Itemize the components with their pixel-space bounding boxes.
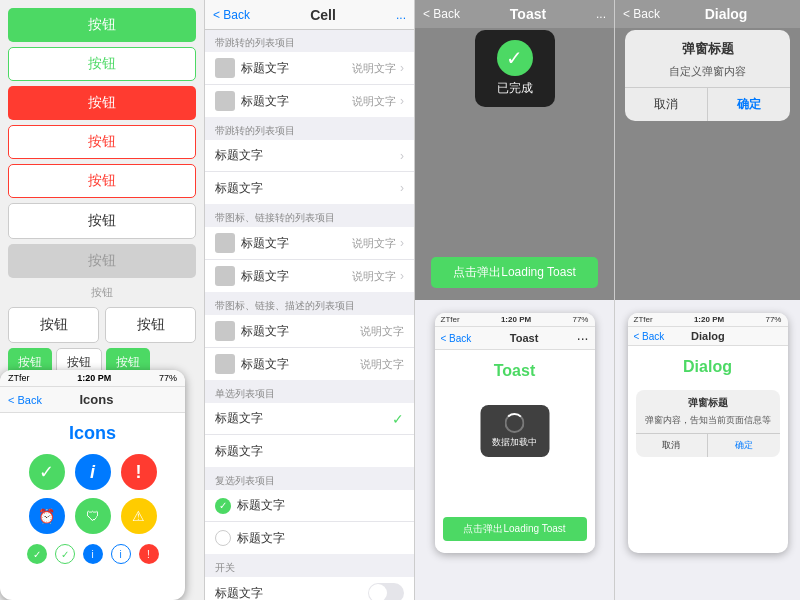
dialog-phone-back[interactable]: < Back [634, 331, 665, 342]
carrier-label: ZTfer [8, 373, 30, 383]
checkbox-off[interactable] [215, 530, 231, 546]
toast-phone-back[interactable]: < Back [441, 333, 472, 344]
toast-battery: 77% [572, 315, 588, 324]
icons-phone-status-bar: ZTfer 1:20 PM 77% [0, 370, 185, 387]
cell-icon-6 [215, 354, 235, 374]
toast-phone-content: Toast 数据加载中 点击弹出Loading Toast [435, 350, 595, 553]
button-8[interactable]: 按钮 [8, 307, 99, 343]
cell-title-12: 标题文字 [237, 530, 404, 547]
cell-back-button[interactable]: < Back [213, 8, 250, 22]
arrow-icon-3: › [400, 149, 404, 163]
cell-icon-3 [215, 233, 235, 253]
toast-loading-button-1[interactable]: 点击弹出Loading Toast [431, 257, 598, 288]
section-header-1: 带跳转的列表项目 [205, 30, 414, 52]
cell-title-8: 标题文字 [241, 356, 360, 373]
checkbox-on[interactable]: ✓ [215, 498, 231, 514]
dialog-phone-ok-btn[interactable]: 确定 [708, 434, 780, 457]
cell-item[interactable]: ✓ 标题文字 [205, 490, 414, 522]
dialog-confirm-button[interactable]: 确定 [708, 88, 790, 121]
toggle-off-1[interactable] [368, 583, 404, 600]
section-header-3: 带图标、链接转的列表项目 [205, 205, 414, 227]
cell-title-3: 标题文字 [215, 147, 396, 164]
disabled-label: 按钮 [8, 283, 196, 302]
toast-bottom-section: ZTfer 1:20 PM 77% < Back Toast ··· Toast… [415, 300, 614, 600]
arrow-icon-6: › [400, 269, 404, 283]
cell-item[interactable]: 标题文字 说明文字 › [205, 227, 414, 260]
button-5[interactable]: 按钮 [8, 164, 196, 198]
dialog-phone-popup-title: 弹窗标题 [636, 390, 780, 412]
cell-list-1: 标题文字 说明文字 › 标题文字 说明文字 › [205, 52, 414, 117]
cell-item[interactable]: 标题文字 › [205, 172, 414, 204]
caution-icon: ⚠ [121, 498, 157, 534]
dialog-cancel-button[interactable]: 取消 [625, 88, 708, 121]
arrow-icon-5: › [400, 236, 404, 250]
cell-item[interactable]: 标题文字 说明文字 › [205, 85, 414, 117]
cell-item[interactable]: 标题文字 说明文字 [205, 315, 414, 348]
dialog-phone-popup-buttons: 取消 确定 [636, 433, 780, 457]
button-1[interactable]: 按钮 [8, 8, 196, 42]
toast-time: 1:20 PM [501, 315, 531, 324]
check-icon-1: ✓ [392, 411, 404, 427]
cell-item[interactable]: 标题文字 ✓ [205, 403, 414, 435]
cell-title-5: 标题文字 [241, 235, 352, 252]
toast-phone-loading-btn[interactable]: 点击弹出Loading Toast [443, 517, 587, 541]
dialog-phone-nav: < Back Dialog [628, 327, 788, 346]
cell-title-9: 标题文字 [215, 410, 392, 427]
button-3[interactable]: 按钮 [8, 86, 196, 120]
toast-phone-toast-title: Toast [494, 362, 535, 380]
toast-nav-title: Toast [510, 6, 546, 22]
toast-top-section: < Back Toast ... ✓ 已完成 点击弹出Loading Toast [415, 0, 614, 300]
toast-phone-status: ZTfer 1:20 PM 77% [435, 313, 595, 327]
toast-column: < Back Toast ... ✓ 已完成 点击弹出Loading Toast… [415, 0, 615, 600]
button-6[interactable]: 按钮 [8, 203, 196, 239]
section-header-4: 带图标、链接、描述的列表项目 [205, 293, 414, 315]
button-2[interactable]: 按钮 [8, 47, 196, 81]
dialog-phone-cancel-btn[interactable]: 取消 [636, 434, 709, 457]
section-header-5: 单选列表项目 [205, 381, 414, 403]
cell-title-1: 标题文字 [241, 60, 352, 77]
dialog-bottom-section: ZTfer 1:20 PM 77% < Back Dialog Dialog 弹… [615, 300, 800, 600]
cell-item[interactable]: 标题文字 说明文字 › [205, 52, 414, 85]
toast-nav-bar: < Back Toast ... [415, 0, 614, 28]
cell-list-6: ✓ 标题文字 标题文字 [205, 490, 414, 554]
cell-nav-title: Cell [310, 7, 336, 23]
switch-item-1[interactable]: 标题文字 [205, 577, 414, 600]
switch-label-1: 标题文字 [215, 585, 368, 601]
arrow-icon-4: › [400, 181, 404, 195]
cell-item[interactable]: 标题文字 说明文字 [205, 348, 414, 380]
cell-item[interactable]: 标题文字 › [205, 140, 414, 172]
button-4[interactable]: 按钮 [8, 125, 196, 159]
cell-detail-4: 说明文字 [352, 269, 396, 284]
loading-overlay: 数据加载中 [480, 405, 549, 457]
cell-title-10: 标题文字 [215, 443, 404, 460]
toast-back-button[interactable]: < Back [423, 7, 460, 21]
dialog-phone-popup-message: 弹窗内容，告知当前页面信息等 [636, 412, 780, 433]
cell-detail-6: 说明文字 [360, 357, 404, 372]
small-check-icon-1: ✓ [27, 544, 47, 564]
cell-list-4: 标题文字 说明文字 标题文字 说明文字 [205, 315, 414, 380]
toast-phone: ZTfer 1:20 PM 77% < Back Toast ··· Toast… [435, 313, 595, 553]
small-check-icon-2: ✓ [55, 544, 75, 564]
warning-icon: ! [121, 454, 157, 490]
cell-icon-4 [215, 266, 235, 286]
toast-success-popup: ✓ 已完成 [475, 30, 555, 107]
battery-label: 77% [159, 373, 177, 383]
dialog-phone-dialog-title: Dialog [683, 358, 732, 376]
cell-list-2: 标题文字 › 标题文字 › [205, 140, 414, 204]
toast-more-button[interactable]: ... [596, 7, 606, 21]
back-button[interactable]: < Back [8, 394, 42, 406]
icons-row-2: ⏰ 🛡 ⚠ [29, 498, 157, 534]
cell-item[interactable]: 标题文字 [205, 522, 414, 554]
dialog-back-button[interactable]: < Back [623, 7, 660, 21]
cell-item[interactable]: 标题文字 说明文字 › [205, 260, 414, 292]
dialog-column: < Back Dialog 弹窗标题 自定义弹窗内容 取消 确定 ZTfer 1… [615, 0, 800, 600]
small-info-icon-2: i [111, 544, 131, 564]
arrow-icon-2: › [400, 94, 404, 108]
toast-carrier: ZTfer [441, 315, 460, 324]
icons-content: Icons ✓ i ! ⏰ 🛡 ⚠ ✓ ✓ i i ! [0, 413, 185, 574]
cell-more-button[interactable]: ... [396, 8, 406, 22]
button-9[interactable]: 按钮 [105, 307, 196, 343]
cell-item[interactable]: 标题文字 [205, 435, 414, 467]
cell-list-3: 标题文字 说明文字 › 标题文字 说明文字 › [205, 227, 414, 292]
button-7[interactable]: 按钮 [8, 244, 196, 278]
